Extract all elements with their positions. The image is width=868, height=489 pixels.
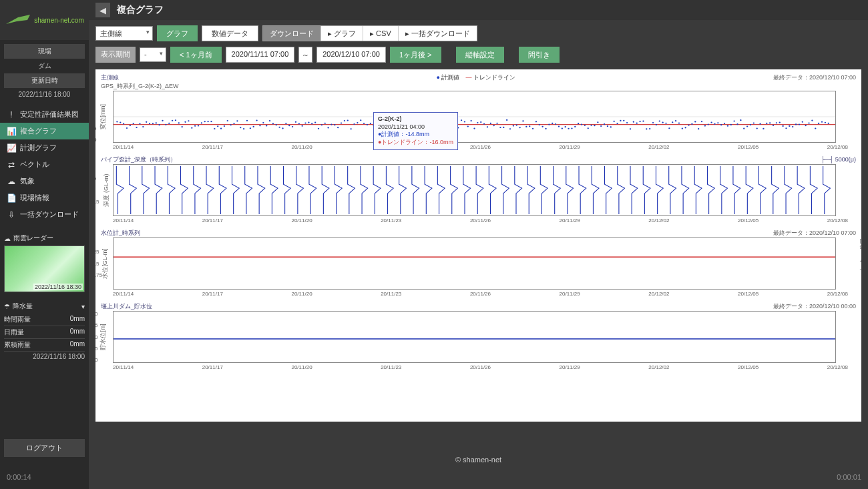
vaxis-button[interactable]: 縦軸設定 — [456, 47, 504, 63]
svg-point-117 — [490, 123, 491, 124]
svg-point-113 — [477, 122, 478, 123]
thinning-button[interactable]: 間引き — [519, 47, 560, 63]
svg-point-192 — [733, 120, 734, 121]
svg-point-164 — [642, 121, 644, 122]
svg-point-208 — [785, 127, 787, 129]
charts-panel: 主側線GPS_時系列_G-2(K-2)_ΔEW ● 計測値 — トレンドライン … — [95, 69, 861, 422]
data-button[interactable]: 数値データ — [202, 25, 258, 41]
download-seg-graph[interactable]: ▸ グラフ — [320, 26, 363, 41]
chart-last-data: 最終データ：2020/12/10 00:00 — [773, 302, 856, 311]
graph-button[interactable]: グラフ — [157, 25, 198, 41]
svg-point-174 — [675, 120, 676, 121]
chart-title: 主側線 — [101, 73, 179, 82]
svg-point-169 — [659, 120, 660, 121]
svg-point-138 — [558, 126, 560, 127]
chevron-down-icon[interactable]: ▾ — [81, 303, 85, 310]
radar-title: ☁雨雲レーダー — [4, 231, 85, 246]
svg-point-160 — [630, 128, 631, 129]
svg-point-43 — [250, 127, 251, 129]
svg-point-180 — [694, 121, 696, 122]
chart-tooltip: G-2(K-2) 2020/11/21 04:00 ●計測値：-14.8mm ●… — [373, 112, 458, 150]
time-left: 0:00:14 — [7, 473, 31, 481]
svg-point-110 — [467, 125, 469, 127]
y-axis-label: 変位[mm] — [99, 104, 107, 129]
chart-title: 水位計_時系列 — [101, 229, 140, 237]
svg-point-55 — [288, 125, 290, 126]
svg-point-13 — [152, 123, 154, 124]
right-annotation: [GL-m]9.2+- — [860, 237, 861, 272]
logout-button[interactable]: ログアウト — [4, 439, 85, 457]
svg-point-156 — [616, 123, 618, 124]
chart-canvas[interactable] — [113, 91, 836, 143]
svg-point-207 — [782, 125, 783, 127]
svg-point-179 — [691, 123, 692, 125]
svg-point-75 — [353, 123, 355, 125]
svg-point-128 — [525, 126, 527, 127]
svg-point-111 — [470, 120, 471, 121]
prev-month-button[interactable]: < 1ヶ月前 — [170, 47, 222, 63]
y-axis-label: 水位[GL-m] — [101, 248, 110, 279]
line-select[interactable]: 主側線 — [95, 26, 153, 41]
chart-pipe-strain: パイプ歪計_深度（時系列） 深度 (GL-m) 06.51319.526 ├─┤… — [101, 155, 856, 223]
radar-image[interactable]: 2022/11/16 18:30 — [4, 246, 85, 292]
chart-canvas[interactable] — [113, 311, 836, 363]
chart-canvas[interactable] — [113, 164, 836, 216]
svg-point-56 — [292, 126, 293, 127]
nav-bulk-download[interactable]: ⇩一括ダウンロード — [0, 206, 89, 223]
svg-point-34 — [220, 128, 222, 129]
svg-point-11 — [146, 121, 147, 123]
next-month-button[interactable]: 1ヶ月後 > — [390, 47, 441, 63]
date-end-input[interactable]: 2020/12/10 07:00 — [316, 47, 386, 63]
nav-vector[interactable]: ⇄ベクトル — [0, 156, 89, 173]
svg-point-212 — [799, 123, 800, 125]
svg-point-25 — [191, 127, 192, 129]
chart-icon: 📊 — [7, 127, 16, 136]
svg-point-35 — [224, 125, 225, 127]
x-axis: 20/11/1420/11/1720/11/2020/11/2320/11/26… — [101, 363, 856, 370]
svg-point-216 — [811, 120, 813, 121]
svg-point-28 — [201, 122, 202, 123]
chart-canvas[interactable] — [113, 237, 836, 290]
range-unit-select[interactable]: - — [140, 47, 166, 62]
y-axis-ticks: 06.51319.526 — [95, 164, 99, 216]
svg-point-74 — [350, 128, 351, 129]
svg-point-16 — [162, 120, 163, 121]
nav-stability[interactable]: !安定性評価結果図 — [0, 106, 89, 123]
download-seg-csv[interactable]: ▸ CSV — [363, 26, 398, 41]
svg-point-204 — [773, 125, 774, 126]
svg-point-52 — [278, 127, 280, 128]
back-button[interactable]: ◀ — [95, 3, 110, 17]
svg-point-71 — [341, 122, 342, 123]
date-start-input[interactable]: 2020/11/11 07:00 — [226, 47, 295, 63]
x-axis: 20/11/1420/11/1720/11/2020/11/2320/11/26… — [101, 143, 856, 150]
x-axis: 20/11/1420/11/1720/11/2020/11/2320/11/26… — [101, 216, 856, 223]
nav-site-info[interactable]: 📄現場情報 — [0, 189, 89, 206]
nav-composite-graph[interactable]: 📊複合グラフ — [0, 123, 89, 139]
svg-point-140 — [565, 126, 566, 127]
svg-point-201 — [763, 128, 764, 129]
svg-point-36 — [227, 120, 228, 121]
svg-point-154 — [610, 126, 612, 127]
download-seg-bulk[interactable]: ▸ 一括ダウンロード — [398, 26, 477, 41]
svg-point-127 — [522, 120, 523, 121]
nav-weather[interactable]: ☁気象 — [0, 173, 89, 189]
svg-point-146 — [584, 125, 586, 126]
nav-measurement-graph[interactable]: 📈計測グラフ — [0, 139, 89, 156]
svg-point-33 — [217, 125, 218, 127]
rain-timestamp: 2022/11/16 18:00 — [4, 353, 85, 360]
chart-title: パイプ歪計_深度（時系列） — [101, 155, 176, 164]
svg-point-76 — [357, 122, 358, 123]
svg-point-64 — [318, 128, 319, 129]
svg-point-21 — [178, 122, 180, 123]
update-button[interactable]: 更新日時 — [4, 73, 85, 88]
svg-point-148 — [590, 125, 592, 126]
svg-point-59 — [301, 125, 302, 127]
svg-point-136 — [552, 123, 553, 124]
svg-point-123 — [509, 128, 511, 129]
svg-point-124 — [513, 125, 514, 127]
svg-point-153 — [607, 125, 608, 127]
svg-point-66 — [324, 123, 326, 124]
svg-point-151 — [600, 125, 602, 127]
svg-point-139 — [562, 128, 563, 129]
site-button[interactable]: 現場 — [4, 44, 85, 59]
